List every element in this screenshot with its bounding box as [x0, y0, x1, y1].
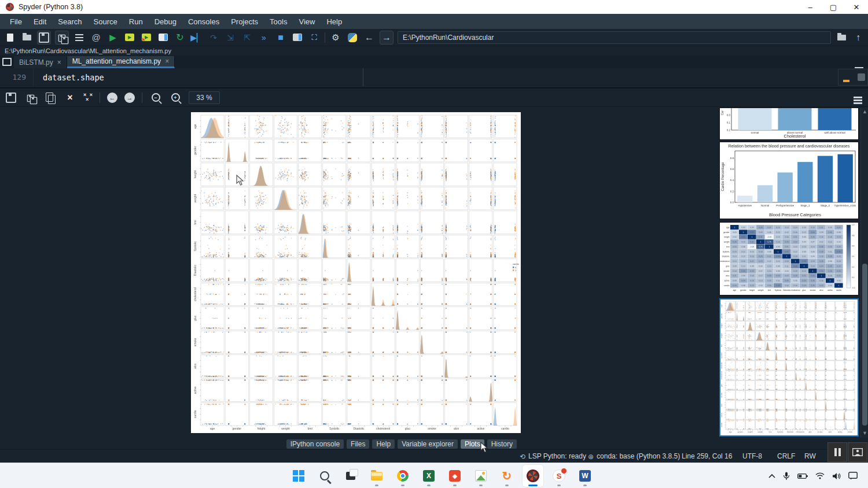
lsp-status[interactable]: ⟲LSP Python: ready: [520, 452, 586, 460]
step-return-icon[interactable]: ⇱: [241, 31, 253, 44]
next-plot-icon[interactable]: →: [124, 93, 135, 103]
recorder-snapshot-button[interactable]: [848, 442, 867, 462]
thumbnail-correlation-heatmap[interactable]: [719, 222, 859, 295]
open-file-icon[interactable]: [20, 31, 33, 44]
open-external-window-icon[interactable]: [291, 31, 304, 44]
maximize-button[interactable]: ▢: [822, 0, 845, 14]
step-over-icon[interactable]: ↷: [207, 31, 220, 44]
run-cell-advance-icon[interactable]: ▶: [140, 31, 153, 44]
close-button[interactable]: ✕: [845, 0, 868, 14]
rerun-cell-icon[interactable]: ↻: [174, 31, 186, 44]
menu-tools[interactable]: Tools: [264, 16, 292, 28]
sync-app-icon[interactable]: ↻: [496, 465, 517, 487]
minimize-button[interactable]: –: [799, 0, 822, 14]
close-tab-icon[interactable]: ×: [165, 57, 169, 65]
zoom-in-icon[interactable]: +: [169, 91, 182, 104]
plots-options-menu-icon[interactable]: [854, 97, 862, 98]
zoom-level-value[interactable]: 33 %: [189, 91, 220, 104]
screentogif-icon[interactable]: S: [549, 465, 569, 487]
file-path-text: E:\PythonRun\Cardiovascular\ML_attention…: [5, 47, 171, 54]
battery-icon[interactable]: [797, 473, 808, 479]
save-plot-icon[interactable]: [5, 91, 17, 104]
save-all-plots-icon[interactable]: [24, 91, 37, 104]
task-view-icon[interactable]: [340, 465, 361, 487]
code-line[interactable]: dataset.shape: [43, 68, 104, 86]
close-tab-icon[interactable]: ×: [57, 58, 61, 66]
encoding-status: UTF-8: [742, 452, 762, 460]
start-button-icon[interactable]: [288, 465, 309, 487]
stop-debugging-icon[interactable]: ■: [274, 31, 287, 44]
debug-file-icon[interactable]: ▶▏: [190, 31, 203, 44]
remove-plot-icon[interactable]: ×: [64, 91, 76, 104]
browse-tabs-button[interactable]: [0, 56, 14, 68]
scroll-flag-area[interactable]: [838, 69, 868, 86]
tab-ipython-console[interactable]: IPython console: [286, 439, 344, 449]
scroll-up-icon[interactable]: ▲: [862, 109, 867, 114]
menu-edit[interactable]: Edit: [28, 16, 52, 28]
run-cell-icon[interactable]: ▶: [123, 31, 136, 44]
new-file-icon[interactable]: [3, 31, 16, 44]
tab-ml-attention-mechanism[interactable]: ML_attention_mechanism.py ×: [67, 56, 175, 68]
red-diamond-app-icon[interactable]: ◆: [444, 465, 465, 487]
menu-help[interactable]: Help: [321, 16, 347, 28]
continue-execution-icon[interactable]: »: [258, 31, 270, 44]
save-all-icon[interactable]: [55, 31, 69, 45]
wifi-icon[interactable]: [815, 472, 825, 479]
menu-run[interactable]: Run: [124, 16, 148, 28]
save-icon[interactable]: [37, 31, 51, 45]
preferences-wrench-icon[interactable]: ⚙: [329, 31, 342, 44]
thumbnail-pairplot-selected[interactable]: [719, 298, 859, 437]
search-icon[interactable]: [314, 465, 335, 487]
menu-file[interactable]: File: [5, 16, 27, 28]
scroll-down-icon[interactable]: ▼: [862, 431, 867, 436]
thumbnail-bloodpressure-bar[interactable]: [719, 142, 859, 219]
file-explorer-icon[interactable]: [366, 465, 387, 487]
tab-help[interactable]: Help: [372, 439, 395, 449]
remove-all-plots-icon[interactable]: ×××: [83, 93, 93, 102]
tray-chevron-icon[interactable]: [768, 474, 775, 478]
thumbnail-cholesterol-bar[interactable]: [719, 108, 859, 140]
thumbnails-scrollbar[interactable]: ▲ ▼: [860, 108, 868, 438]
scrollbar-handle[interactable]: [862, 264, 867, 426]
python-path-manager-icon[interactable]: [346, 31, 359, 44]
browse-working-directory-icon[interactable]: [835, 31, 848, 44]
back-icon[interactable]: ←: [363, 31, 376, 44]
tab-variable-explorer[interactable]: Variable explorer: [398, 439, 458, 449]
heatmap-canvas: [720, 223, 858, 295]
tab-files[interactable]: Files: [347, 439, 369, 449]
main-toolbar: @ ▶ ▶ ▶ ↻ ▶▏ ↷ ⇲ ⇱ » ■ ⛶ ⚙ ← → ↑: [0, 29, 868, 46]
volume-icon[interactable]: [832, 472, 841, 480]
interpreter-status[interactable]: ⊕conda: base (Python 3.8.5): [588, 452, 680, 460]
word-icon[interactable]: W: [575, 465, 595, 487]
step-into-icon[interactable]: ⇲: [224, 31, 237, 44]
zoom-out-icon[interactable]: −: [149, 91, 162, 104]
tab-bilstm[interactable]: BiLSTM.py ×: [14, 56, 67, 68]
menu-projects[interactable]: Projects: [226, 16, 263, 28]
tab-plots[interactable]: Plots: [461, 439, 484, 449]
previous-plot-icon[interactable]: ←: [107, 93, 117, 103]
menu-consoles[interactable]: Consoles: [183, 16, 225, 28]
toolbar-divider: [325, 32, 325, 43]
run-selection-icon[interactable]: [157, 31, 170, 44]
menu-debug[interactable]: Debug: [149, 16, 182, 28]
find-symbols-icon[interactable]: @: [90, 31, 102, 44]
run-file-icon[interactable]: ▶: [106, 31, 119, 44]
copy-plot-icon[interactable]: [44, 91, 57, 104]
menu-search[interactable]: Search: [53, 16, 87, 28]
tab-history[interactable]: History: [487, 439, 517, 449]
chat-notification-icon[interactable]: [848, 472, 858, 480]
maximize-pane-icon[interactable]: ⛶: [308, 31, 321, 44]
menu-view[interactable]: View: [293, 16, 320, 28]
microphone-icon[interactable]: [783, 472, 790, 480]
working-directory-input[interactable]: [398, 31, 831, 44]
menu-source[interactable]: Source: [89, 16, 123, 28]
forward-icon[interactable]: →: [380, 31, 393, 45]
image-viewer-icon[interactable]: [470, 465, 491, 487]
chrome-icon[interactable]: [392, 465, 413, 487]
file-switcher-icon[interactable]: [73, 31, 86, 44]
excel-icon[interactable]: X: [418, 465, 439, 487]
spyder-taskbar-icon[interactable]: [523, 465, 543, 487]
parent-directory-icon[interactable]: ↑: [852, 31, 865, 44]
recorder-pause-button[interactable]: [827, 442, 847, 462]
editor-pane[interactable]: 129 dataset.shape: [0, 68, 868, 88]
